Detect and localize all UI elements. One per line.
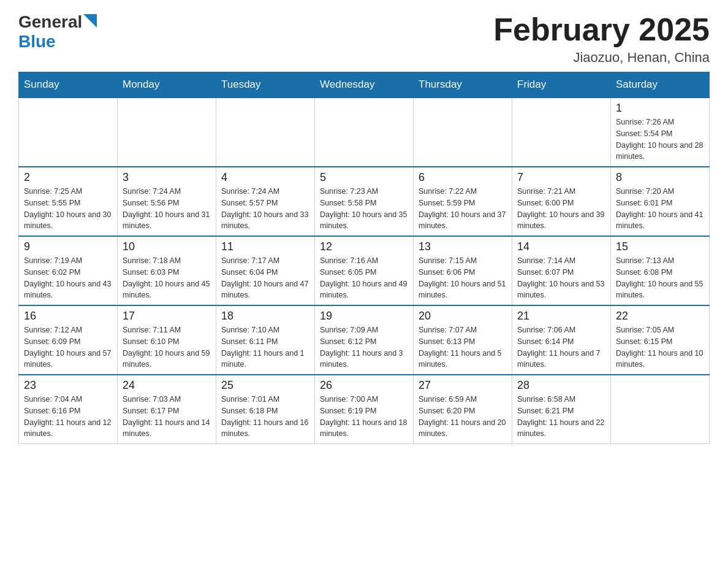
day-sun-info: Sunrise: 7:13 AM Sunset: 6:08 PM Dayligh…	[616, 255, 704, 301]
day-sun-info: Sunrise: 7:06 AM Sunset: 6:14 PM Dayligh…	[517, 324, 605, 370]
day-sun-info: Sunrise: 7:18 AM Sunset: 6:03 PM Dayligh…	[123, 255, 211, 301]
calendar-week-row: 9Sunrise: 7:19 AM Sunset: 6:02 PM Daylig…	[19, 236, 710, 305]
day-of-week-header: Tuesday	[216, 72, 315, 98]
day-sun-info: Sunrise: 7:10 AM Sunset: 6:11 PM Dayligh…	[221, 324, 309, 370]
day-number: 5	[320, 171, 408, 184]
day-sun-info: Sunrise: 7:22 AM Sunset: 5:59 PM Dayligh…	[419, 186, 507, 232]
day-sun-info: Sunrise: 7:12 AM Sunset: 6:09 PM Dayligh…	[24, 324, 112, 370]
day-number: 24	[123, 379, 211, 392]
day-sun-info: Sunrise: 7:16 AM Sunset: 6:05 PM Dayligh…	[320, 255, 408, 301]
day-sun-info: Sunrise: 7:11 AM Sunset: 6:10 PM Dayligh…	[123, 324, 211, 370]
calendar-table: SundayMondayTuesdayWednesdayThursdayFrid…	[18, 72, 710, 444]
day-sun-info: Sunrise: 6:59 AM Sunset: 6:20 PM Dayligh…	[419, 394, 507, 440]
day-sun-info: Sunrise: 7:15 AM Sunset: 6:06 PM Dayligh…	[419, 255, 507, 301]
day-sun-info: Sunrise: 7:23 AM Sunset: 5:58 PM Dayligh…	[320, 186, 408, 232]
calendar-header-row: SundayMondayTuesdayWednesdayThursdayFrid…	[19, 72, 710, 98]
calendar-cell: 6Sunrise: 7:22 AM Sunset: 5:59 PM Daylig…	[414, 167, 512, 236]
calendar-cell: 26Sunrise: 7:00 AM Sunset: 6:19 PM Dayli…	[315, 375, 414, 444]
calendar-cell: 16Sunrise: 7:12 AM Sunset: 6:09 PM Dayli…	[19, 305, 118, 375]
day-number: 19	[320, 310, 408, 323]
day-of-week-header: Thursday	[414, 72, 512, 98]
day-number: 4	[221, 171, 309, 184]
calendar-week-row: 16Sunrise: 7:12 AM Sunset: 6:09 PM Dayli…	[19, 305, 710, 375]
day-number: 2	[24, 171, 112, 184]
svg-marker-0	[83, 14, 97, 28]
day-number: 20	[419, 310, 507, 323]
calendar-cell: 8Sunrise: 7:20 AM Sunset: 6:01 PM Daylig…	[611, 167, 710, 236]
calendar-cell	[512, 98, 611, 167]
calendar-cell: 11Sunrise: 7:17 AM Sunset: 6:04 PM Dayli…	[216, 236, 315, 305]
calendar-week-row: 23Sunrise: 7:04 AM Sunset: 6:16 PM Dayli…	[19, 375, 710, 444]
day-of-week-header: Sunday	[19, 72, 118, 98]
day-sun-info: Sunrise: 7:03 AM Sunset: 6:17 PM Dayligh…	[123, 394, 211, 440]
day-sun-info: Sunrise: 7:20 AM Sunset: 6:01 PM Dayligh…	[616, 186, 704, 232]
day-number: 13	[419, 240, 507, 253]
day-number: 23	[24, 379, 112, 392]
day-sun-info: Sunrise: 7:25 AM Sunset: 5:55 PM Dayligh…	[24, 186, 112, 232]
day-sun-info: Sunrise: 7:14 AM Sunset: 6:07 PM Dayligh…	[517, 255, 605, 301]
calendar-cell: 2Sunrise: 7:25 AM Sunset: 5:55 PM Daylig…	[19, 167, 118, 236]
logo-blue-text: Blue	[18, 32, 56, 52]
day-sun-info: Sunrise: 7:07 AM Sunset: 6:13 PM Dayligh…	[419, 324, 507, 370]
calendar-cell: 9Sunrise: 7:19 AM Sunset: 6:02 PM Daylig…	[19, 236, 118, 305]
calendar-cell: 15Sunrise: 7:13 AM Sunset: 6:08 PM Dayli…	[611, 236, 710, 305]
day-number: 14	[517, 240, 605, 253]
day-of-week-header: Saturday	[611, 72, 710, 98]
day-sun-info: Sunrise: 7:26 AM Sunset: 5:54 PM Dayligh…	[616, 117, 704, 163]
day-sun-info: Sunrise: 7:04 AM Sunset: 6:16 PM Dayligh…	[24, 394, 112, 440]
day-number: 26	[320, 379, 408, 392]
calendar-cell: 21Sunrise: 7:06 AM Sunset: 6:14 PM Dayli…	[512, 305, 611, 375]
calendar-cell	[216, 98, 315, 167]
day-number: 25	[221, 379, 309, 392]
calendar-cell: 3Sunrise: 7:24 AM Sunset: 5:56 PM Daylig…	[118, 167, 216, 236]
day-number: 17	[123, 310, 211, 323]
day-sun-info: Sunrise: 7:21 AM Sunset: 6:00 PM Dayligh…	[517, 186, 605, 232]
logo-general-text: General	[18, 12, 82, 32]
location-subtitle: Jiaozuo, Henan, China	[493, 50, 710, 66]
calendar-cell: 14Sunrise: 7:14 AM Sunset: 6:07 PM Dayli…	[512, 236, 611, 305]
month-title: February 2025	[493, 12, 710, 47]
day-number: 7	[517, 171, 605, 184]
calendar-cell: 18Sunrise: 7:10 AM Sunset: 6:11 PM Dayli…	[216, 305, 315, 375]
calendar-cell	[19, 98, 118, 167]
day-sun-info: Sunrise: 7:00 AM Sunset: 6:19 PM Dayligh…	[320, 394, 408, 440]
calendar-cell: 12Sunrise: 7:16 AM Sunset: 6:05 PM Dayli…	[315, 236, 414, 305]
calendar-week-row: 1Sunrise: 7:26 AM Sunset: 5:54 PM Daylig…	[19, 98, 710, 167]
calendar-cell: 4Sunrise: 7:24 AM Sunset: 5:57 PM Daylig…	[216, 167, 315, 236]
calendar-cell	[611, 375, 710, 444]
day-of-week-header: Friday	[512, 72, 611, 98]
day-number: 28	[517, 379, 605, 392]
calendar-cell: 13Sunrise: 7:15 AM Sunset: 6:06 PM Dayli…	[414, 236, 512, 305]
day-number: 8	[616, 171, 704, 184]
logo: General Blue	[18, 12, 97, 52]
day-sun-info: Sunrise: 6:58 AM Sunset: 6:21 PM Dayligh…	[517, 394, 605, 440]
day-sun-info: Sunrise: 7:24 AM Sunset: 5:56 PM Dayligh…	[123, 186, 211, 232]
calendar-cell: 19Sunrise: 7:09 AM Sunset: 6:12 PM Dayli…	[315, 305, 414, 375]
calendar-cell: 23Sunrise: 7:04 AM Sunset: 6:16 PM Dayli…	[19, 375, 118, 444]
day-number: 18	[221, 310, 309, 323]
day-number: 11	[221, 240, 309, 253]
day-of-week-header: Wednesday	[315, 72, 414, 98]
calendar-cell: 28Sunrise: 6:58 AM Sunset: 6:21 PM Dayli…	[512, 375, 611, 444]
day-sun-info: Sunrise: 7:17 AM Sunset: 6:04 PM Dayligh…	[221, 255, 309, 301]
day-number: 3	[123, 171, 211, 184]
day-sun-info: Sunrise: 7:09 AM Sunset: 6:12 PM Dayligh…	[320, 324, 408, 370]
day-sun-info: Sunrise: 7:19 AM Sunset: 6:02 PM Dayligh…	[24, 255, 112, 301]
day-sun-info: Sunrise: 7:05 AM Sunset: 6:15 PM Dayligh…	[616, 324, 704, 370]
day-number: 22	[616, 310, 704, 323]
day-number: 16	[24, 310, 112, 323]
calendar-cell: 20Sunrise: 7:07 AM Sunset: 6:13 PM Dayli…	[414, 305, 512, 375]
title-section: February 2025 Jiaozuo, Henan, China	[493, 12, 710, 66]
day-of-week-header: Monday	[118, 72, 216, 98]
calendar-cell: 17Sunrise: 7:11 AM Sunset: 6:10 PM Dayli…	[118, 305, 216, 375]
day-sun-info: Sunrise: 7:01 AM Sunset: 6:18 PM Dayligh…	[221, 394, 309, 440]
day-sun-info: Sunrise: 7:24 AM Sunset: 5:57 PM Dayligh…	[221, 186, 309, 232]
calendar-cell	[118, 98, 216, 167]
calendar-cell: 24Sunrise: 7:03 AM Sunset: 6:17 PM Dayli…	[118, 375, 216, 444]
calendar-cell: 1Sunrise: 7:26 AM Sunset: 5:54 PM Daylig…	[611, 98, 710, 167]
calendar-cell: 27Sunrise: 6:59 AM Sunset: 6:20 PM Dayli…	[414, 375, 512, 444]
calendar-cell: 7Sunrise: 7:21 AM Sunset: 6:00 PM Daylig…	[512, 167, 611, 236]
day-number: 27	[419, 379, 507, 392]
calendar-cell	[315, 98, 414, 167]
calendar-cell: 5Sunrise: 7:23 AM Sunset: 5:58 PM Daylig…	[315, 167, 414, 236]
